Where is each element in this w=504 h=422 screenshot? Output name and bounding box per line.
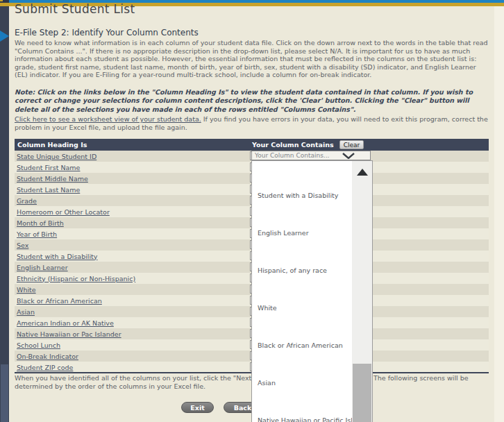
column-heading-cell: Student Middle Name [15,173,250,184]
column-heading-link[interactable]: Ethnicity (Hispanic or Non-Hispanic) [17,275,135,282]
column-heading-cell: Native Hawaiian or Pac Islander [15,328,250,339]
dropdown-option[interactable]: English Learner [252,214,351,251]
column-heading-link[interactable]: Asian [17,308,35,316]
column-heading-cell: Ethnicity (Hispanic or Non-Hispanic) [15,273,250,284]
column-heading-link[interactable]: Sex [17,242,28,249]
column-heading-link[interactable]: White [17,286,36,294]
scroll-up-arrow-icon[interactable] [357,169,368,176]
dropdown-option[interactable]: Black or African American [252,326,351,364]
dropdown-option[interactable]: Asian [252,364,351,401]
column-heading-link[interactable]: American Indian or AK Native [17,319,114,327]
column-heading-link[interactable]: Student ZIP code [17,364,73,371]
column-heading-link[interactable]: Year of Birth [17,230,57,238]
col2-header-label: Your Column Contains [252,141,334,149]
sidebar-scrollbar-thumb[interactable] [1,364,8,422]
dropdown-scrollbar[interactable] [352,161,372,422]
column-heading-cell: Month of Birth [15,217,250,228]
dropdown-option[interactable]: Native Hawaiian or Pacific Islander [252,401,351,422]
column-heading-cell: Student Last Name [15,184,250,195]
column-heading-link[interactable]: Month of Birth [17,219,64,227]
column-heading-cell: Black or African American [15,295,250,306]
column-heading-link[interactable]: Student with a Disability [17,253,97,260]
column-heading-is-header: Column Heading Is [15,139,250,151]
column-heading-cell: Student with a Disability [15,251,250,262]
column-heading-link[interactable]: On-Break Indicator [17,353,78,360]
page: Submit Student List E-File Step 2: Ident… [0,0,504,422]
column-heading-link[interactable]: Student First Name [17,164,80,171]
page-title: Submit Student List [15,2,135,16]
chevron-down-icon [342,153,355,159]
column-heading-cell: Sex [15,239,250,251]
worksheet-link[interactable]: Click here to see a worksheet view of yo… [15,115,201,123]
column-heading-cell: Homeroom or Other Locator [15,206,250,217]
clear-button[interactable]: Clear [339,140,364,149]
column-heading-link[interactable]: Black or African American [17,297,102,305]
select-placeholder: Your Column Contains... [252,152,342,159]
column-heading-cell: State Unique Student ID [15,151,250,162]
dropdown-option[interactable]: Student with a Disability [252,176,351,214]
column-heading-cell: Year of Birth [15,228,250,239]
column-heading-cell: Grade [15,195,250,206]
current-step-arrow-icon [0,31,9,42]
column-heading-cell: White [15,284,250,295]
worksheet-line: Click here to see a worksheet view of yo… [15,115,491,132]
exit-button[interactable]: Exit [181,402,214,413]
column-heading-link[interactable]: Homeroom or Other Locator [17,208,110,216]
column-heading-link[interactable]: State Unique Student ID [17,153,96,160]
column-heading-cell: Student First Name [15,162,250,173]
column-heading-link[interactable]: English Learner [17,264,68,271]
dropdown-options: Student with a Disability English Learne… [252,176,351,422]
column-heading-link[interactable]: Native Hawaiian or Pac Islander [17,330,121,338]
column-heading-link[interactable]: Grade [17,197,37,205]
top-left-gold-accent [0,0,3,1]
column-heading-cell: Asian [15,306,250,317]
table-header-row: Column Heading Is Your Column Contains C… [15,139,489,151]
dropdown-option[interactable]: Hispanic, of any race [252,251,351,289]
intro-text: We need to know what information is in e… [15,39,491,79]
left-sidebar [0,6,9,422]
dropdown-scrollbar-thumb[interactable] [353,364,371,422]
column-heading-link[interactable]: Student Middle Name [17,175,88,183]
column-contains-dropdown-list: Student with a Disability English Learne… [251,160,373,422]
column-heading-cell: On-Break Indicator [15,351,250,362]
your-column-contains-header: Your Column Contains Clear [250,139,489,151]
right-gutter [494,6,504,422]
column-heading-cell: Student ZIP code [15,362,250,373]
note-text: Note: Click on the links below in the "C… [15,88,491,114]
column-heading-link[interactable]: School Lunch [17,341,60,349]
column-heading-cell: American Indian or AK Native [15,317,250,328]
column-heading-cell: English Learner [15,262,250,273]
column-heading-link[interactable]: Student Last Name [17,186,80,194]
step-heading: E-File Step 2: Identify Your Column Cont… [15,28,199,37]
dropdown-option[interactable]: White [252,289,351,326]
column-heading-cell: School Lunch [15,339,250,351]
column-contains-select[interactable]: Your Column Contains... [251,151,371,160]
